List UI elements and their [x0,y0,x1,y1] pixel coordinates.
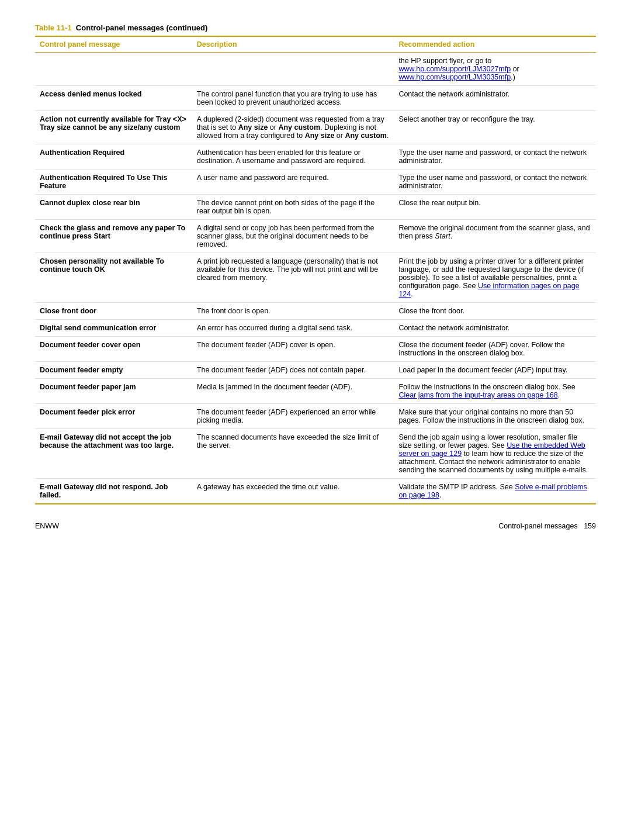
page-footer: ENWW Control-panel messages 159 [35,522,596,530]
cell-action: Follow the instructions in the onscreen … [394,379,596,404]
table-row: Check the glass and remove any paper To … [35,220,596,253]
footer-page: 159 [584,522,596,530]
cell-action: Close the rear output bin. [394,195,596,220]
cell-message [35,53,192,86]
cell-action: the HP support flyer, or go to www.hp.co… [394,53,596,86]
header-message: Control panel message [35,36,192,53]
cell-description: The control panel function that you are … [192,86,394,111]
cell-description: The document feeder (ADF) cover is open. [192,337,394,362]
cell-description: A digital send or copy job has been perf… [192,220,394,253]
cell-description: The document feeder (ADF) does not conta… [192,362,394,379]
cell-message: Document feeder paper jam [35,379,192,404]
table-header-row: Control panel message Description Recomm… [35,36,596,53]
link-solve-email[interactable]: Solve e-mail problems on page 198 [398,483,587,499]
footer-left: ENWW [35,522,59,530]
cell-action: Close the front door. [394,303,596,320]
table-row: Chosen personality not available To cont… [35,253,596,303]
control-panel-table: Control panel message Description Recomm… [35,36,596,504]
table-row: Close front doorThe front door is open.C… [35,303,596,320]
link-clear-jams[interactable]: Clear jams from the input-tray areas on … [398,391,557,399]
cell-description [192,53,394,86]
cell-description: An error has occurred during a digital s… [192,320,394,337]
cell-action: Load paper in the document feeder (ADF) … [394,362,596,379]
table-row: E-mail Gateway did not respond. Job fail… [35,479,596,504]
cell-description: The front door is open. [192,303,394,320]
cell-description: The device cannot print on both sides of… [192,195,394,220]
table-row: Cannot duplex close rear binThe device c… [35,195,596,220]
cell-message: Digital send communication error [35,320,192,337]
cell-action: Type the user name and password, or cont… [394,144,596,170]
cell-message: Document feeder cover open [35,337,192,362]
header-action: Recommended action [394,36,596,53]
cell-description: Authentication has been enabled for this… [192,144,394,170]
table-row: Document feeder cover openThe document f… [35,337,596,362]
table-row: Document feeder paper jamMedia is jammed… [35,379,596,404]
cell-description: The document feeder (ADF) experienced an… [192,404,394,429]
link-hp2[interactable]: www.hp.com/support/LJM3035mfp [398,73,511,81]
cell-message: E-mail Gateway did not respond. Job fail… [35,479,192,504]
cell-message: E-mail Gateway did not accept the job be… [35,429,192,479]
cell-action: Validate the SMTP IP address. See Solve … [394,479,596,504]
cell-message: Action not currently available for Tray … [35,111,192,144]
link-info-pages[interactable]: Use information pages on page 124 [398,282,579,298]
cell-action: Type the user name and password, or cont… [394,170,596,195]
table-row: E-mail Gateway did not accept the job be… [35,429,596,479]
table-row: Access denied menus lockedThe control pa… [35,86,596,111]
link-embedded-web[interactable]: Use the embedded Web server on page 129 [398,441,585,458]
cell-message: Document feeder empty [35,362,192,379]
table-title: Table 11-1 Control-panel messages (conti… [35,23,596,32]
table-row: Digital send communication errorAn error… [35,320,596,337]
table-row: Action not currently available for Tray … [35,111,596,144]
footer-right: Control-panel messages 159 [498,522,596,530]
link-hp1[interactable]: www.hp.com/support/LJM3027mfp [398,65,511,73]
cell-message: Cannot duplex close rear bin [35,195,192,220]
cell-action: Contact the network administrator. [394,86,596,111]
cell-action: Contact the network administrator. [394,320,596,337]
table-row: the HP support flyer, or go to www.hp.co… [35,53,596,86]
cell-action: Select another tray or reconfigure the t… [394,111,596,144]
table-row: Document feeder emptyThe document feeder… [35,362,596,379]
cell-message: Authentication Required [35,144,192,170]
cell-message: Chosen personality not available To cont… [35,253,192,303]
cell-description: A gateway has exceeded the time out valu… [192,479,394,504]
cell-action: Send the job again using a lower resolut… [394,429,596,479]
footer-right-text: Control-panel messages [498,522,578,530]
table-row: Authentication Required To Use This Feat… [35,170,596,195]
cell-description: A print job requested a language (person… [192,253,394,303]
cell-message: Access denied menus locked [35,86,192,111]
header-description: Description [192,36,394,53]
cell-description: The scanned documents have exceeded the … [192,429,394,479]
cell-action: Close the document feeder (ADF) cover. F… [394,337,596,362]
cell-action: Print the job by using a printer driver … [394,253,596,303]
table-name: Control-panel messages (continued) [76,23,207,32]
cell-message: Document feeder pick error [35,404,192,429]
cell-action: Remove the original document from the sc… [394,220,596,253]
table-label: Table 11-1 [35,23,72,32]
cell-description: Media is jammed in the document feeder (… [192,379,394,404]
cell-action: Make sure that your original contains no… [394,404,596,429]
cell-description: A user name and password are required. [192,170,394,195]
table-row: Authentication RequiredAuthentication ha… [35,144,596,170]
cell-description: A duplexed (2-sided) document was reques… [192,111,394,144]
cell-message: Close front door [35,303,192,320]
table-row: Document feeder pick errorThe document f… [35,404,596,429]
cell-message: Check the glass and remove any paper To … [35,220,192,253]
cell-message: Authentication Required To Use This Feat… [35,170,192,195]
